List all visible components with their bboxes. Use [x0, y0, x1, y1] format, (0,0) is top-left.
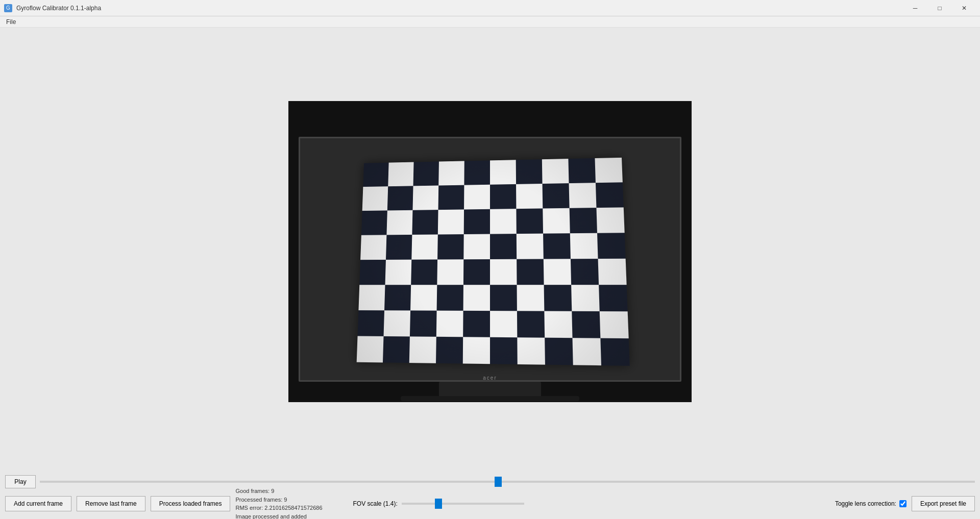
menu-file[interactable]: File — [2, 17, 20, 27]
lens-correction-section: Toggle lens correction: — [835, 500, 906, 507]
monitor-base — [401, 396, 579, 401]
export-preset-button[interactable]: Export preset file — [912, 496, 975, 511]
window-controls: ─ □ ✕ — [903, 0, 976, 16]
menubar: File — [0, 16, 980, 28]
fov-slider[interactable] — [402, 503, 524, 505]
maximize-button[interactable]: □ — [928, 0, 951, 16]
close-button[interactable]: ✕ — [952, 0, 976, 16]
timeline-row: Play — [5, 474, 975, 489]
play-button[interactable]: Play — [5, 475, 36, 488]
titlebar: G Gyroflow Calibrator 0.1.1-alpha ─ □ ✕ — [0, 0, 980, 16]
main-content: acer Play Add current frame Remove last … — [0, 28, 980, 519]
video-canvas: acer — [288, 101, 692, 402]
app-icon: G — [4, 4, 12, 12]
monitor-screen — [299, 137, 681, 382]
fov-slider-thumb[interactable] — [435, 499, 442, 509]
monitor-brand: acer — [483, 375, 497, 381]
good-frames-stat: Good frames: 9 — [235, 487, 337, 496]
checkerboard-canvas — [357, 157, 630, 365]
processed-frames-stat: Processed frames: 9 — [235, 496, 337, 504]
process-frames-button[interactable]: Process loaded frames — [151, 496, 231, 511]
monitor-stand — [439, 382, 541, 397]
fov-section: FOV scale (1.4): — [353, 500, 524, 507]
add-frame-button[interactable]: Add current frame — [5, 496, 71, 511]
remove-frame-button[interactable]: Remove last frame — [77, 496, 145, 511]
scrubber-thumb[interactable] — [495, 477, 502, 487]
scrubber-container[interactable] — [40, 481, 975, 483]
rms-error-stat: RMS error: 2.21016258471572686 — [235, 504, 337, 512]
minimize-button[interactable]: ─ — [903, 0, 927, 16]
fov-label: FOV scale (1.4): — [353, 500, 397, 507]
lens-correction-label: Toggle lens correction: — [835, 500, 896, 507]
stats-area: Good frames: 9 Processed frames: 9 RMS e… — [235, 487, 337, 519]
bottom-controls: Add current frame Remove last frame Proc… — [5, 493, 975, 514]
lens-correction-checkbox[interactable] — [899, 500, 906, 507]
image-status: Image processed and added — [235, 512, 337, 520]
app-title: Gyroflow Calibrator 0.1.1-alpha — [16, 5, 101, 12]
titlebar-left: G Gyroflow Calibrator 0.1.1-alpha — [4, 4, 101, 12]
video-area: acer — [5, 33, 975, 470]
